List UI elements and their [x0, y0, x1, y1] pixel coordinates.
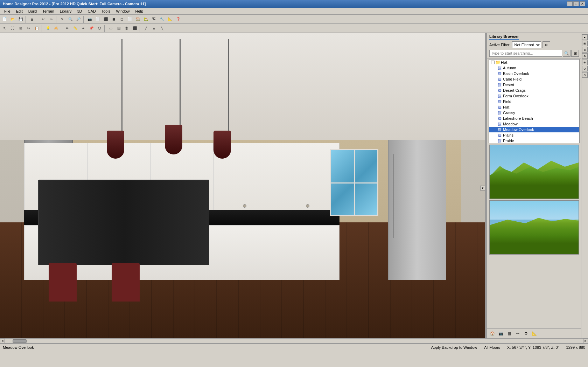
search-options-button[interactable]: ⊞ [571, 50, 579, 57]
preview-pane-2[interactable] [489, 200, 579, 255]
tb2-b6[interactable]: 📏 [71, 25, 79, 32]
panel-btn-home[interactable]: 🏠 [489, 330, 496, 338]
tb-zoom-out[interactable]: 🔎 [75, 15, 82, 23]
icon-bar-btn-6[interactable]: ⊙ [582, 66, 588, 71]
tb-print[interactable]: 🖨 [28, 15, 36, 23]
menu-file[interactable]: File [1, 8, 13, 14]
apply-backdrop-btn[interactable]: Apply Backdrop to Window [431, 345, 477, 349]
tb2-b12[interactable]: 🗑 [123, 25, 131, 32]
tb-select[interactable]: ↖ [58, 15, 66, 23]
viewport-scroll-right[interactable]: ▼ [480, 186, 485, 191]
panel-btn-list[interactable]: ▤ [505, 330, 513, 338]
tree-item-desert[interactable]: 🖼 Desert [489, 82, 579, 88]
menu-cad[interactable]: CAD [85, 8, 98, 14]
menu-edit[interactable]: Edit [13, 8, 26, 14]
tb2-b8[interactable]: 📌 [88, 25, 95, 32]
tb2-light[interactable]: 💡 [44, 25, 52, 32]
tb-redo[interactable]: ↪ [47, 15, 55, 23]
tree-item-flat[interactable]: 🖼 Flat [489, 104, 579, 110]
tb2-b9[interactable]: ⬡ [96, 25, 103, 32]
collapse-flat-icon[interactable]: - [491, 61, 495, 64]
tb2-b1[interactable]: ⛶ [9, 25, 16, 32]
tree-item-meadow-overlook[interactable]: 🖼 Meadow Overlook [489, 127, 579, 132]
preview-pane-1[interactable] [489, 145, 579, 199]
search-input[interactable] [489, 50, 562, 57]
tb2-select[interactable]: ↖ [1, 25, 8, 32]
tb2-b14[interactable]: ╱ [142, 25, 150, 32]
pendant-cord-3 [228, 39, 229, 131]
tree-item-field[interactable]: 🖼 Field [489, 99, 579, 104]
minimize-button[interactable]: ─ [567, 1, 573, 6]
icon-bar-btn-2[interactable]: ⊞ [582, 41, 588, 46]
panel-btn-camera[interactable]: 📷 [497, 330, 505, 338]
menu-library[interactable]: Library [57, 8, 75, 14]
tree-item-farm-overlook[interactable]: 🖼 Farm Overlook [489, 93, 579, 99]
icon-bar-btn-5[interactable]: ⊗ [582, 60, 588, 65]
tree-item-cane-field[interactable]: 🖼 Cane Field [489, 76, 579, 82]
tb-b5[interactable]: ⬜ [126, 15, 134, 23]
filter-button[interactable]: ⚙ [542, 41, 550, 48]
tb-b6[interactable]: 🏠 [134, 15, 142, 23]
img-flat-icon: 🖼 [497, 105, 502, 110]
tb-b7[interactable]: 🏡 [142, 15, 150, 23]
tb-open[interactable]: 📂 [9, 15, 16, 23]
tb-b2[interactable]: ⬛ [102, 15, 110, 23]
tree-item-plains[interactable]: 🖼 Plains [489, 132, 579, 138]
viewport[interactable]: ▼ [0, 33, 485, 338]
tree-item-prairie[interactable]: 🖼 Prairie [489, 138, 579, 143]
tree-container[interactable]: - 📁 Flat 🖼 Autumn 🖼 Basin Overlook [489, 59, 580, 143]
img-cane-icon: 🖼 [497, 77, 502, 82]
tree-item-grassy[interactable]: 🖼 Grassy [489, 110, 579, 116]
tb-b3[interactable]: ◼ [110, 15, 118, 23]
tree-item-meadow[interactable]: 🖼 Meadow [489, 121, 579, 127]
menu-3d[interactable]: 3D [74, 8, 85, 14]
tb-undo[interactable]: ↩ [39, 15, 47, 23]
search-button[interactable]: 🔍 [563, 50, 570, 57]
tb-b11[interactable]: ❓ [174, 15, 182, 23]
tb2-b3[interactable]: ✂ [25, 25, 33, 32]
tb-save[interactable]: 💾 [17, 15, 24, 23]
tb2-b13[interactable]: ⬛ [131, 25, 139, 32]
icon-bar-btn-3[interactable]: ◈ [582, 47, 588, 53]
maximize-button[interactable]: □ [573, 1, 579, 6]
tb2-b4[interactable]: 📋 [33, 25, 41, 32]
tb-zoom-in[interactable]: 🔍 [66, 15, 74, 23]
scroll-left-btn[interactable]: ◄ [0, 339, 5, 344]
menu-help[interactable]: Help [133, 8, 146, 14]
tb-new[interactable]: 📄 [1, 15, 8, 23]
tb-b9[interactable]: 🔧 [158, 15, 166, 23]
tree-item-desert-crags[interactable]: 🖼 Desert Crags [489, 88, 579, 93]
scroll-right-btn[interactable]: ► [583, 339, 588, 344]
menu-terrain[interactable]: Terrain [40, 8, 57, 14]
menu-build[interactable]: Build [26, 8, 40, 14]
filter-select[interactable]: Not Filtered [512, 41, 541, 48]
panel-btn-edit[interactable]: ✏ [514, 330, 522, 338]
tree-item-basin-overlook[interactable]: 🖼 Basin Overlook [489, 71, 579, 76]
tb2-b10[interactable]: ▭ [107, 25, 114, 32]
tb2-b7[interactable]: ✒ [79, 25, 87, 32]
close-button[interactable]: ✕ [580, 1, 585, 6]
h-scroll-thumb[interactable] [13, 339, 27, 343]
icon-bar-btn-7[interactable]: ⊖ [582, 72, 588, 78]
menu-tools[interactable]: Tools [99, 8, 113, 14]
tree-label-cane-field: Cane Field [502, 77, 522, 81]
tb-b8[interactable]: 🏗 [150, 15, 158, 23]
tree-item-autumn[interactable]: 🖼 Autumn [489, 65, 579, 71]
tb-b4[interactable]: ◻ [118, 15, 126, 23]
tb-b1[interactable]: ⬜ [94, 15, 102, 23]
tb2-b11[interactable]: ▤ [115, 25, 122, 32]
panel-btn-settings[interactable]: ⚙ [522, 330, 530, 338]
tb-camera[interactable]: 📷 [86, 15, 93, 23]
menu-window[interactable]: Window [113, 8, 132, 14]
tb-b10[interactable]: 📐 [166, 15, 174, 23]
tree-item-flat-root[interactable]: - 📁 Flat [489, 60, 579, 65]
tb2-b15[interactable]: ▲ [150, 25, 158, 32]
tb2-b2[interactable]: ⊞ [17, 25, 24, 32]
tree-item-lakeshore[interactable]: 🖼 Lakeshore Beach [489, 116, 579, 121]
panel-btn-measure[interactable]: 📐 [531, 330, 538, 338]
tb2-pencil[interactable]: ✏ [63, 25, 71, 32]
tb2-b16[interactable]: ╲ [158, 25, 166, 32]
tb2-b5[interactable]: 🔆 [52, 25, 60, 32]
icon-bar-btn-4[interactable]: ⊕ [582, 53, 588, 59]
icon-bar-btn-1[interactable]: ▸ [582, 34, 588, 40]
